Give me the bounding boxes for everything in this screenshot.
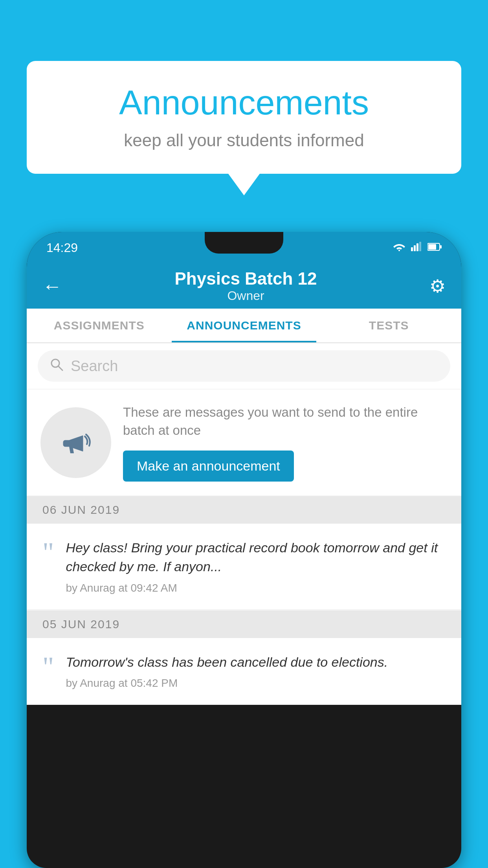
wifi-icon	[393, 241, 405, 254]
bubble-tail	[228, 174, 260, 195]
announcement-meta-1: by Anurag at 09:42 AM	[66, 582, 446, 594]
svg-point-0	[398, 250, 400, 251]
bubble-subtitle: keep all your students informed	[50, 131, 438, 150]
svg-rect-2	[414, 245, 416, 251]
announcement-item-2[interactable]: " Tomorrow's class has been cancelled du…	[27, 638, 461, 705]
announcement-text-1: Hey class! Bring your practical record b…	[66, 539, 446, 576]
svg-rect-6	[428, 244, 436, 250]
quote-icon-2: "	[42, 657, 54, 677]
promo-description: These are messages you want to send to t…	[123, 403, 448, 440]
tab-tests[interactable]: TESTS	[316, 309, 461, 342]
header-center: Physics Batch 12 Owner	[175, 269, 317, 303]
battery-icon	[427, 241, 442, 254]
announcement-promo: These are messages you want to send to t…	[27, 390, 461, 495]
status-time: 14:29	[46, 241, 78, 255]
status-bar: 14:29	[27, 232, 461, 263]
announcement-text-2: Tomorrow's class has been cancelled due …	[66, 653, 446, 672]
tabs-bar: ASSIGNMENTS ANNOUNCEMENTS TESTS	[27, 309, 461, 343]
bubble-title: Announcements	[50, 83, 438, 123]
search-container: Search	[27, 343, 461, 389]
batch-subtitle: Owner	[175, 289, 317, 303]
announcement-content-1: Hey class! Bring your practical record b…	[66, 539, 446, 594]
search-icon	[50, 357, 64, 375]
settings-icon[interactable]: ⚙	[429, 276, 446, 297]
content-area: Search These are messages you want to se…	[27, 343, 461, 705]
date-separator-2: 05 JUN 2019	[27, 611, 461, 638]
search-bar[interactable]: Search	[38, 350, 450, 382]
batch-title: Physics Batch 12	[175, 269, 317, 289]
make-announcement-button[interactable]: Make an announcement	[123, 451, 294, 482]
signal-icon	[411, 241, 422, 254]
svg-rect-1	[411, 247, 413, 251]
back-button[interactable]: ←	[42, 275, 62, 298]
app-header: ← Physics Batch 12 Owner ⚙	[27, 263, 461, 309]
tab-assignments[interactable]: ASSIGNMENTS	[27, 309, 172, 342]
date-separator-1: 06 JUN 2019	[27, 496, 461, 524]
tab-announcements[interactable]: ANNOUNCEMENTS	[172, 309, 317, 342]
promo-content: These are messages you want to send to t…	[123, 403, 448, 482]
speech-bubble-container: Announcements keep all your students inf…	[27, 61, 461, 195]
search-placeholder-text: Search	[71, 358, 118, 375]
quote-icon-1: "	[42, 542, 54, 562]
svg-rect-4	[419, 242, 421, 251]
svg-rect-3	[416, 243, 418, 251]
svg-line-9	[59, 366, 62, 370]
speech-bubble: Announcements keep all your students inf…	[27, 61, 461, 174]
announcement-meta-2: by Anurag at 05:42 PM	[66, 677, 446, 690]
promo-icon	[40, 407, 111, 478]
announcement-item-1[interactable]: " Hey class! Bring your practical record…	[27, 524, 461, 609]
phone-frame: 14:29	[27, 232, 461, 868]
svg-rect-7	[440, 245, 442, 248]
status-icons	[393, 241, 442, 254]
announcement-content-2: Tomorrow's class has been cancelled due …	[66, 653, 446, 690]
